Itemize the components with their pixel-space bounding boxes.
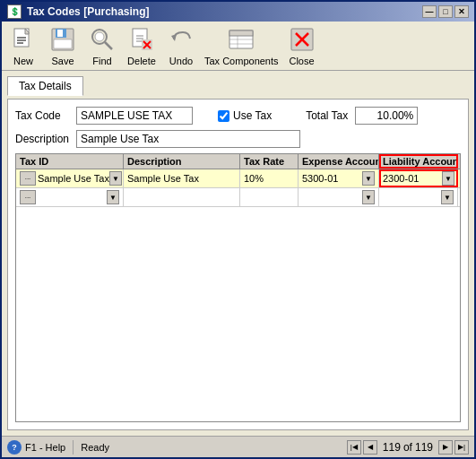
tax-code-row: Tax Code Use Tax Total Tax — [15, 107, 461, 125]
cell-liability-2: ▼ — [379, 188, 458, 206]
nav-next-button[interactable]: ▶ — [438, 440, 453, 455]
cell-liability-1: 2300-01 ▼ — [379, 169, 458, 187]
save-label: Save — [51, 56, 74, 66]
cell-expense-1: 5300-01 ▼ — [299, 169, 379, 187]
cell-desc-1: Sample Use Tax — [124, 169, 240, 187]
dropdown-btn-expense-1[interactable]: ▼ — [362, 171, 375, 186]
title-buttons: — □ ✕ — [422, 5, 469, 18]
delete-label: Delete — [127, 56, 156, 66]
dropdown-btn-taxid-1[interactable]: ▼ — [109, 171, 122, 186]
delete-icon — [127, 25, 156, 54]
svg-rect-7 — [57, 30, 63, 37]
dropdown-btn-expense-2[interactable]: ▼ — [362, 190, 375, 204]
window-title: Tax Codes [Purchasing] — [27, 5, 149, 18]
new-button[interactable]: New — [7, 25, 39, 66]
dropdown-btn-liability-1[interactable]: ▼ — [442, 171, 454, 186]
undo-icon — [167, 25, 195, 54]
close-window-button[interactable]: ✕ — [454, 5, 469, 18]
title-bar: 💲 Tax Codes [Purchasing] — □ ✕ — [2, 2, 474, 22]
tax-components-label: Tax Components — [204, 56, 279, 66]
description-label: Description — [15, 133, 69, 145]
save-icon — [48, 25, 77, 54]
browse-button-1[interactable]: ··· — [20, 171, 36, 186]
cell-taxid-1: ··· Sample Use Tax ▼ — [16, 169, 124, 187]
window-icon: 💲 — [7, 4, 22, 19]
maximize-button[interactable]: □ — [438, 5, 453, 18]
title-bar-left: 💲 Tax Codes [Purchasing] — [7, 4, 149, 19]
grid-body: ··· Sample Use Tax ▼ Sample Use Tax 10% … — [16, 169, 460, 421]
tax-code-input[interactable] — [76, 107, 193, 125]
find-icon — [88, 25, 117, 54]
toolbar: New Save Find — [2, 22, 474, 71]
cell-taxid-2: ··· ▼ — [16, 188, 124, 206]
tab-content: Tax Code Use Tax Total Tax Description T… — [7, 99, 469, 430]
close-label: Close — [289, 56, 314, 66]
new-label: New — [13, 56, 33, 66]
tab-tax-details[interactable]: Tax Details — [7, 76, 83, 96]
minimize-button[interactable]: — — [422, 5, 437, 18]
total-tax-label: Total Tax — [306, 109, 348, 122]
table-row[interactable]: ··· ▼ ▼ ▼ — [16, 188, 460, 207]
tab-bar: Tax Details — [7, 76, 469, 95]
use-tax-wrap: Use Tax — [218, 109, 272, 122]
table-row[interactable]: ··· Sample Use Tax ▼ Sample Use Tax 10% … — [16, 169, 460, 188]
nav-total-num: 119 — [415, 441, 433, 454]
undo-button[interactable]: Undo — [165, 25, 197, 66]
new-icon — [9, 25, 38, 54]
main-content: Tax Details Tax Code Use Tax Total Tax D… — [2, 71, 474, 436]
col-header-rate: Tax Rate — [240, 154, 299, 169]
tax-components-icon — [227, 25, 255, 54]
cell-rate-1: 10% — [240, 169, 299, 187]
svg-point-11 — [95, 32, 104, 41]
status-bar: ? F1 - Help Ready |◀ ◀ 119 of 119 ▶ ▶| — [2, 436, 474, 457]
description-row: Description — [15, 130, 461, 148]
cell-desc-2 — [124, 188, 240, 206]
col-header-description: Description — [124, 154, 240, 169]
svg-rect-21 — [229, 30, 253, 36]
nav-current: 119 of 119 — [379, 441, 437, 454]
svg-line-10 — [105, 42, 112, 49]
use-tax-label: Use Tax — [233, 109, 272, 122]
ready-status: Ready — [81, 442, 109, 453]
help-section: ? F1 - Help — [7, 440, 74, 455]
close-button[interactable]: Close — [286, 25, 318, 66]
total-tax-input[interactable] — [355, 107, 418, 125]
delete-button[interactable]: Delete — [125, 25, 158, 66]
find-button[interactable]: Find — [86, 25, 118, 66]
tax-components-button[interactable]: Tax Components — [204, 25, 279, 66]
col-header-liability: Liability Account — [379, 154, 458, 169]
undo-label: Undo — [169, 56, 193, 66]
cell-rate-2 — [240, 188, 299, 206]
description-input[interactable] — [76, 130, 300, 148]
col-header-taxid: Tax ID — [16, 154, 124, 169]
nav-of-text: of — [403, 441, 412, 454]
svg-rect-8 — [54, 39, 72, 48]
tax-grid: Tax ID Description Tax Rate Expense Acco… — [15, 153, 461, 422]
nav-first-button[interactable]: |◀ — [347, 440, 361, 455]
use-tax-checkbox[interactable] — [218, 110, 229, 122]
tax-code-label: Tax Code — [15, 109, 69, 122]
main-window: 💲 Tax Codes [Purchasing] — □ ✕ New — [0, 0, 476, 459]
close-icon — [288, 25, 316, 54]
dropdown-btn-taxid-2[interactable]: ▼ — [107, 190, 119, 204]
save-button[interactable]: Save — [47, 25, 79, 66]
help-label: F1 - Help — [25, 442, 65, 453]
help-icon: ? — [7, 440, 22, 455]
grid-header: Tax ID Description Tax Rate Expense Acco… — [16, 154, 460, 169]
svg-marker-19 — [171, 34, 177, 41]
browse-button-2[interactable]: ··· — [20, 190, 36, 204]
nav-prev-button[interactable]: ◀ — [363, 440, 377, 455]
nav-current-num: 119 — [383, 441, 401, 454]
cell-expense-2: ▼ — [299, 188, 379, 206]
dropdown-btn-liability-2[interactable]: ▼ — [441, 190, 454, 204]
navigation-controls: |◀ ◀ 119 of 119 ▶ ▶| — [347, 440, 469, 455]
find-label: Find — [92, 56, 111, 66]
col-header-expense: Expense Account — [299, 154, 379, 169]
nav-last-button[interactable]: ▶| — [454, 440, 469, 455]
